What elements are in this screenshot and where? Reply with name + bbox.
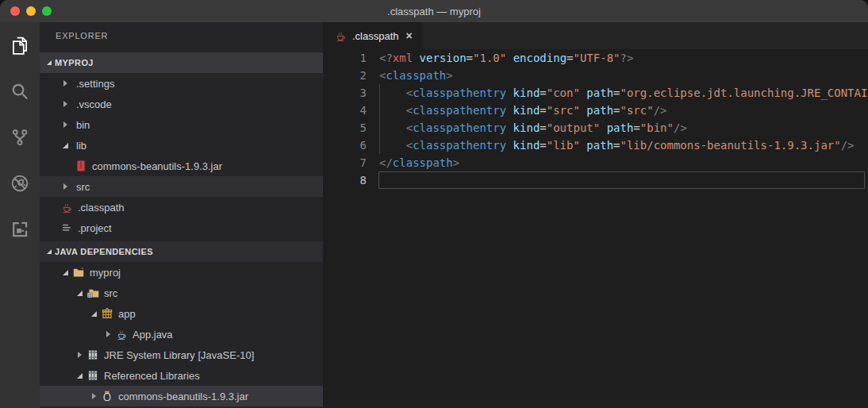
code-token: />: [674, 121, 687, 134]
twisty-collapsed-icon[interactable]: [60, 183, 71, 190]
tree-item-label: lib: [76, 140, 86, 152]
tree-item-label: bin: [76, 119, 90, 131]
line-number[interactable]: 7: [323, 154, 367, 171]
tree-item-label: JRE System Library [JavaSE-10]: [104, 349, 254, 361]
code-line-content[interactable]: <classpathentry kind="con" path="org.ecl…: [367, 84, 868, 102]
twisty-collapsed-icon[interactable]: [102, 331, 114, 337]
code-token: "1.0": [473, 52, 506, 64]
code-token: path: [586, 104, 613, 117]
code-token: "src": [620, 104, 654, 117]
tree-item-commons-beanutils-1-9-3-jar[interactable]: commons-beanutils-1.9.3.jar: [40, 386, 323, 406]
tree-item-app-java[interactable]: App.java: [40, 324, 323, 344]
tree-item-referenced-libraries[interactable]: Referenced Libraries: [40, 365, 323, 386]
code-token: encoding: [513, 52, 567, 64]
tree-item-label: myproj: [90, 267, 121, 279]
minimize-window-button[interactable]: [26, 6, 36, 16]
tree-item-myproj[interactable]: myproj: [40, 262, 323, 283]
code-line-content[interactable]: <classpathentry kind="src" path="src"/>: [367, 102, 868, 119]
section-label: MYPROJ: [55, 58, 94, 67]
activity-source-control[interactable]: [0, 114, 40, 160]
code-token: =: [540, 139, 546, 152]
tree-item-app[interactable]: app: [40, 303, 323, 324]
twisty-expanded-icon[interactable]: [74, 373, 86, 379]
code-line-content[interactable]: <classpathentry kind="output" path="bin"…: [367, 119, 868, 137]
code-line-1: 1<?xml version="1.0" encoding="UTF-8"?>: [323, 49, 868, 67]
twisty-expanded-icon[interactable]: [74, 291, 86, 296]
tree-item-label: .settings: [76, 78, 114, 90]
line-number[interactable]: 8: [323, 171, 367, 189]
debug-icon: [10, 174, 29, 193]
twisty-expanded-icon[interactable]: [88, 311, 100, 317]
twisty-collapsed-icon[interactable]: [60, 80, 71, 87]
library-icon: [86, 369, 99, 382]
activity-extensions[interactable]: [0, 206, 40, 252]
code-token: path: [586, 87, 613, 99]
twisty-expanded-icon[interactable]: [60, 143, 71, 148]
code-line-content[interactable]: [367, 171, 868, 189]
tree-item-settings[interactable]: .settings: [40, 73, 323, 94]
code-token: kind: [513, 139, 540, 152]
code-token: classpathentry: [413, 104, 506, 117]
line-number[interactable]: 5: [323, 119, 367, 137]
code-line-content[interactable]: </classpath>: [367, 154, 868, 171]
tree-item-label: .vscode: [76, 98, 112, 110]
tree-item-label: src: [76, 181, 90, 193]
code-token: >: [453, 156, 459, 169]
code-token: classpathentry: [413, 139, 506, 152]
tree-item-vscode[interactable]: .vscode: [40, 94, 323, 114]
code-token: =: [540, 87, 546, 99]
code-token: [379, 87, 406, 99]
code-token: classpathentry: [413, 87, 506, 99]
code-token: <: [406, 139, 413, 152]
code-token: =: [467, 52, 473, 64]
twisty-expanded-icon[interactable]: [60, 270, 71, 275]
code-token: kind: [513, 121, 540, 134]
line-number[interactable]: 6: [323, 137, 367, 154]
code-token: "src": [547, 104, 580, 117]
activity-debug[interactable]: [0, 160, 40, 206]
tree-item-lib[interactable]: lib: [40, 135, 323, 156]
code-editor[interactable]: 1<?xml version="1.0" encoding="UTF-8"?>2…: [323, 49, 868, 408]
workbench: EXPLORER MYPROJ.settings.vscodebinlibcom…: [0, 22, 868, 408]
code-token: =: [540, 121, 546, 134]
tree-item-jre-system-library-javase-10[interactable]: JRE System Library [JavaSE-10]: [40, 344, 323, 365]
editor-group: .classpath × 1<?xml version="1.0" encodi…: [323, 22, 868, 408]
twisty-collapsed-icon[interactable]: [60, 101, 71, 107]
line-number[interactable]: 1: [323, 49, 367, 67]
line-number[interactable]: 4: [323, 102, 367, 119]
section-header-myproj[interactable]: MYPROJ: [40, 52, 323, 73]
line-number[interactable]: 3: [323, 84, 367, 102]
close-icon[interactable]: ×: [406, 30, 413, 41]
tree-item-src[interactable]: src: [40, 283, 323, 303]
code-line-content[interactable]: <?xml version="1.0" encoding="UTF-8"?>: [367, 49, 868, 67]
line-number[interactable]: 2: [323, 67, 367, 84]
close-window-button[interactable]: [10, 6, 20, 16]
activity-explorer[interactable]: [0, 22, 40, 68]
zoom-window-button[interactable]: [42, 6, 52, 16]
code-token: />: [654, 104, 667, 117]
code-token: "UTF-8": [574, 52, 620, 64]
code-token: [506, 52, 513, 64]
tab-classpath[interactable]: .classpath ×: [323, 22, 423, 49]
twisty-collapsed-icon[interactable]: [74, 352, 86, 358]
files-icon: [10, 36, 29, 55]
code-token: "lib": [547, 139, 580, 152]
code-token: [506, 139, 513, 152]
tree-item-bin[interactable]: bin: [40, 114, 323, 135]
title-bar[interactable]: .classpath — myproj: [0, 0, 868, 22]
code-token: =: [613, 87, 620, 99]
twisty-collapsed-icon[interactable]: [60, 121, 71, 128]
code-line-content[interactable]: <classpath>: [367, 67, 868, 84]
tree-item-src[interactable]: src: [40, 176, 323, 197]
code-token: path: [586, 139, 613, 152]
tree-item-project[interactable]: .project: [40, 217, 323, 238]
code-token: <?: [379, 52, 393, 64]
section-label: JAVA DEPENDENCIES: [55, 247, 153, 256]
activity-search[interactable]: [0, 68, 40, 114]
tree-item-commons-beanutils-1-9-3-jar[interactable]: commons-beanutils-1.9.3.jar: [40, 156, 323, 176]
twisty-collapsed-icon[interactable]: [88, 393, 100, 399]
tree-item-classpath[interactable]: .classpath: [40, 197, 323, 217]
editor-tab-bar: .classpath ×: [323, 22, 868, 49]
code-line-content[interactable]: <classpathentry kind="lib" path="lib/com…: [367, 137, 868, 154]
section-header-java-dependencies[interactable]: JAVA DEPENDENCIES: [40, 241, 323, 262]
